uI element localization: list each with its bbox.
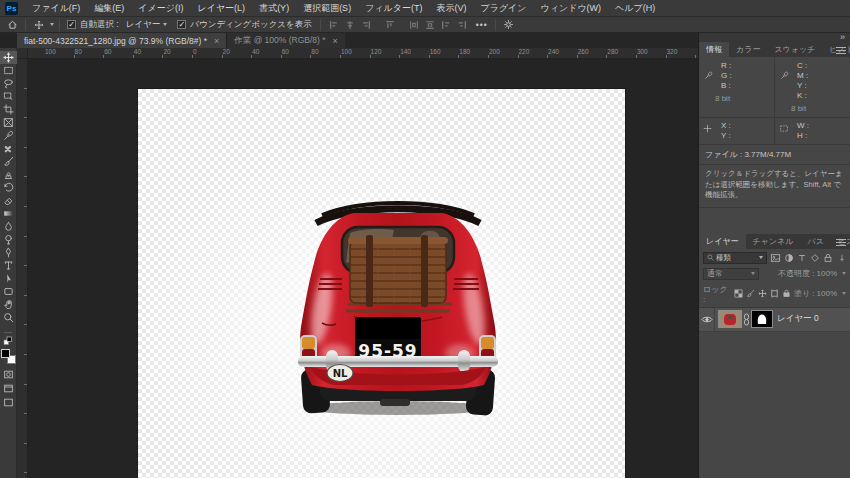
distribute-v-icon[interactable]: [422, 18, 438, 32]
menu-item[interactable]: 編集(E): [87, 0, 131, 17]
frame-tool[interactable]: [0, 116, 17, 129]
photoshop-logo-icon[interactable]: Ps: [5, 2, 18, 15]
tab-histogram[interactable]: ヒストグラム: [822, 42, 850, 57]
layer-mask-thumbnail[interactable]: [752, 311, 772, 327]
menu-item[interactable]: ヘルプ(H): [608, 0, 662, 17]
filter-adjustment-layers-icon[interactable]: [784, 253, 794, 263]
tab-layers[interactable]: レイヤー: [699, 234, 746, 249]
opacity-value[interactable]: 100%: [817, 269, 837, 278]
move-tool-preset-icon[interactable]: [31, 18, 47, 32]
layer-visibility-toggle[interactable]: [699, 308, 715, 331]
spot-healing-tool[interactable]: [0, 142, 17, 155]
eraser-tool[interactable]: [0, 194, 17, 207]
marquee-tool[interactable]: [0, 64, 17, 77]
align-right-icon[interactable]: [358, 18, 374, 32]
document-tab-fiat[interactable]: fiat-500-4322521_1280.jpg @ 73.9% (RGB/8…: [17, 33, 226, 48]
menu-item[interactable]: ウィンドウ(W): [534, 0, 609, 17]
tab-history[interactable]: ヒストリー: [831, 234, 850, 249]
clone-stamp-tool[interactable]: [0, 168, 17, 181]
tab-paths[interactable]: パス: [801, 234, 831, 249]
panel-menu-icon[interactable]: [836, 239, 846, 240]
bounding-box-checkbox[interactable]: ✓: [177, 20, 186, 29]
tab-color[interactable]: カラー: [729, 42, 767, 57]
lock-artboard-icon[interactable]: [770, 289, 779, 298]
lasso-tool[interactable]: [0, 77, 17, 90]
lock-all-icon[interactable]: [782, 289, 791, 298]
menu-item[interactable]: プラグイン: [473, 0, 533, 17]
blend-mode-dropdown[interactable]: 通常: [703, 268, 759, 280]
lock-transparency-icon[interactable]: [734, 289, 743, 298]
gradient-tool[interactable]: [0, 207, 17, 220]
brush-tool[interactable]: [0, 155, 17, 168]
document-tab-work[interactable]: 作業 @ 100% (RGB/8) * ×: [226, 33, 345, 48]
default-colors-icon[interactable]: [0, 336, 17, 346]
path-selection-tool[interactable]: [0, 272, 17, 285]
chevron-down-icon[interactable]: [842, 272, 846, 275]
foreground-color-swatch[interactable]: [1, 349, 10, 358]
fill-value[interactable]: 100%: [817, 289, 837, 298]
type-tool[interactable]: [0, 259, 17, 272]
distribute-h-icon[interactable]: [406, 18, 422, 32]
panel-menu-icon[interactable]: [836, 47, 846, 48]
blur-tool[interactable]: [0, 220, 17, 233]
crop-tool[interactable]: [0, 103, 17, 116]
menu-item[interactable]: レイヤー(L): [190, 0, 252, 17]
horizontal-ruler[interactable]: 1008060402002040608010012014016018020022…: [28, 48, 698, 59]
chevron-down-icon[interactable]: [842, 292, 846, 295]
canvas-area[interactable]: 1008060402002040608010012014016018020022…: [17, 48, 698, 478]
lock-pixels-icon[interactable]: [746, 289, 755, 298]
shape-tool[interactable]: [0, 285, 17, 298]
edit-toolbar-icon[interactable]: …: [0, 324, 17, 336]
home-icon[interactable]: [4, 18, 20, 32]
object-selection-tool[interactable]: [0, 90, 17, 103]
menu-item[interactable]: 書式(Y): [252, 0, 296, 17]
close-icon[interactable]: ×: [214, 36, 219, 46]
eyedropper-tool[interactable]: [0, 129, 17, 142]
distribute-left-icon[interactable]: [438, 18, 454, 32]
hand-tool[interactable]: [0, 298, 17, 311]
tab-swatches[interactable]: スウォッチ: [767, 42, 822, 57]
layer-name[interactable]: レイヤー 0: [777, 313, 819, 325]
menu-item[interactable]: 表示(V): [429, 0, 473, 17]
tab-info[interactable]: 情報: [699, 42, 729, 57]
zoom-tool[interactable]: [0, 311, 17, 324]
layer-filter-dropdown[interactable]: 種類: [703, 252, 767, 264]
pen-tool[interactable]: [0, 246, 17, 259]
vertical-ruler[interactable]: [17, 59, 28, 478]
lock-position-icon[interactable]: [758, 289, 767, 298]
history-brush-tool[interactable]: [0, 181, 17, 194]
collapse-panels-icon[interactable]: »: [840, 33, 850, 42]
menu-item[interactable]: 選択範囲(S): [296, 0, 358, 17]
dodge-tool[interactable]: [0, 233, 17, 246]
menu-item[interactable]: イメージ(I): [131, 0, 190, 17]
full-screen-icon[interactable]: [0, 395, 17, 409]
filter-smart-object-icon[interactable]: [823, 253, 833, 263]
menu-item[interactable]: ファイル(F): [25, 0, 87, 17]
auto-select-checkbox[interactable]: ✓: [67, 20, 76, 29]
color-swatches[interactable]: [1, 349, 16, 364]
distribute-right-icon[interactable]: [454, 18, 470, 32]
menu-item[interactable]: フィルター(T): [358, 0, 429, 17]
gear-icon[interactable]: [501, 18, 517, 32]
align-top-icon[interactable]: [382, 18, 398, 32]
quick-mask-icon[interactable]: [0, 367, 17, 381]
filter-pixel-layers-icon[interactable]: [770, 253, 781, 263]
ruler-origin[interactable]: [17, 48, 28, 59]
align-center-h-icon[interactable]: [342, 18, 358, 32]
tab-channels[interactable]: チャンネル: [746, 234, 801, 249]
layer-thumbnail[interactable]: [719, 311, 741, 327]
auto-select-dropdown[interactable]: レイヤー: [122, 19, 172, 31]
close-icon[interactable]: ×: [333, 36, 338, 46]
filter-shape-layers-icon[interactable]: [810, 253, 820, 263]
layer-mask-link-icon[interactable]: [743, 313, 750, 326]
layer-row[interactable]: レイヤー 0: [699, 308, 850, 332]
screen-mode-icon[interactable]: [0, 381, 17, 395]
car-image[interactable]: 95-59 NL: [292, 193, 504, 419]
align-left-icon[interactable]: [326, 18, 342, 32]
document-canvas[interactable]: 95-59 NL: [138, 89, 625, 478]
filter-type-layers-icon[interactable]: [797, 253, 807, 263]
more-options-icon[interactable]: •••: [474, 18, 490, 32]
move-tool[interactable]: [0, 51, 17, 64]
chevron-down-icon[interactable]: [50, 23, 54, 26]
filter-toggle-icon[interactable]: [838, 253, 846, 263]
